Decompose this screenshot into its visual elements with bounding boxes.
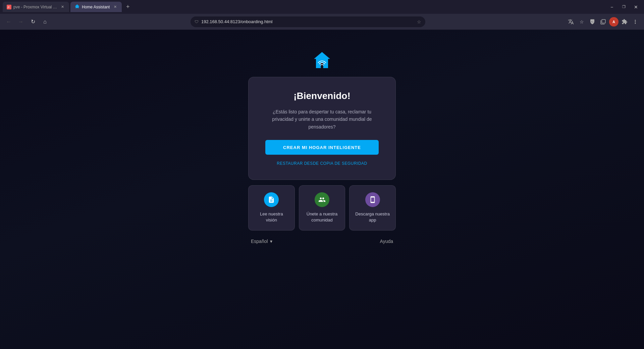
restore-backup-link[interactable]: RESTAURAR DESDE COPIA DE SEGURIDAD [277, 161, 367, 166]
info-cards-row: Lee nuestra visión Únete a nuestra comun… [248, 185, 396, 230]
app-icon [365, 192, 380, 207]
community-card[interactable]: Únete a nuestra comunidad [299, 185, 345, 230]
welcome-description: ¿Estás listo para despertar tu casa, rec… [265, 108, 379, 131]
svg-marker-110 [314, 52, 330, 68]
vision-card[interactable]: Lee nuestra visión [248, 185, 295, 230]
svg-text:P: P [8, 5, 10, 9]
browser-chrome: P pve - Proxmox Virtual Enviro... ✕ Home… [0, 0, 644, 30]
pocket-icon[interactable] [588, 17, 597, 27]
refresh-button[interactable]: ↻ [28, 17, 38, 27]
url-bar[interactable]: 🛡 192.168.50.44:8123/onboarding.html ☆ [191, 16, 425, 27]
page-content: ¡Bienvenido! ¿Estás listo para despertar… [0, 30, 644, 245]
create-smart-home-button[interactable]: CREAR MI HOGAR INTELIGENTE [265, 140, 379, 155]
forward-button[interactable]: → [16, 17, 25, 27]
window-restore[interactable]: ❐ [619, 2, 629, 12]
translate-icon[interactable] [566, 17, 576, 27]
bookmark-star-icon[interactable]: ☆ [417, 19, 421, 24]
tab-home-assistant[interactable]: Home Assistant ✕ [70, 2, 122, 12]
bookmark-icon[interactable]: ☆ [577, 17, 586, 27]
new-tab-button[interactable]: + [123, 2, 132, 12]
extensions-icon[interactable] [620, 17, 629, 27]
ha-tab-close[interactable]: ✕ [112, 4, 118, 10]
tab-pve[interactable]: P pve - Proxmox Virtual Enviro... ✕ [3, 2, 69, 12]
vision-icon [264, 192, 279, 207]
pve-tab-close[interactable]: ✕ [60, 4, 65, 10]
window-close[interactable]: ✕ [631, 2, 641, 12]
security-shield-icon: 🛡 [195, 19, 199, 24]
toolbar-right: ☆ A [566, 17, 640, 27]
back-button[interactable]: ← [4, 17, 13, 27]
welcome-title: ¡Bienvenido! [265, 91, 379, 101]
language-dropdown-icon: ▾ [270, 239, 272, 244]
ha-logo [312, 50, 332, 70]
library-icon[interactable] [598, 17, 608, 27]
help-link[interactable]: Ayuda [380, 239, 393, 244]
pve-tab-favicon: P [7, 5, 11, 9]
vision-label: Lee nuestra visión [254, 211, 289, 223]
community-icon [315, 192, 329, 207]
language-selector[interactable]: Español ▾ [251, 239, 272, 244]
ha-tab-label: Home Assistant [82, 5, 110, 9]
pve-tab-label: pve - Proxmox Virtual Enviro... [13, 5, 57, 9]
footer: Español ▾ Ayuda [248, 237, 396, 245]
tab-bar: P pve - Proxmox Virtual Enviro... ✕ Home… [0, 0, 644, 14]
language-label: Español [251, 239, 268, 244]
profile-icon[interactable]: A [609, 17, 619, 27]
menu-icon[interactable] [631, 17, 640, 27]
main-card: ¡Bienvenido! ¿Estás listo para despertar… [248, 77, 396, 180]
home-button[interactable]: ⌂ [40, 17, 50, 27]
app-card[interactable]: Descarga nuestra app [349, 185, 396, 230]
address-bar: ← → ↻ ⌂ 🛡 192.168.50.44:8123/onboarding.… [0, 14, 644, 30]
app-label: Descarga nuestra app [355, 211, 390, 223]
window-controls: − ❐ ✕ [606, 2, 641, 12]
ha-tab-favicon [74, 4, 80, 10]
url-text: 192.168.50.44:8123/onboarding.html [201, 19, 414, 24]
community-label: Únete a nuestra comunidad [305, 211, 340, 223]
window-minimize[interactable]: − [606, 2, 617, 12]
